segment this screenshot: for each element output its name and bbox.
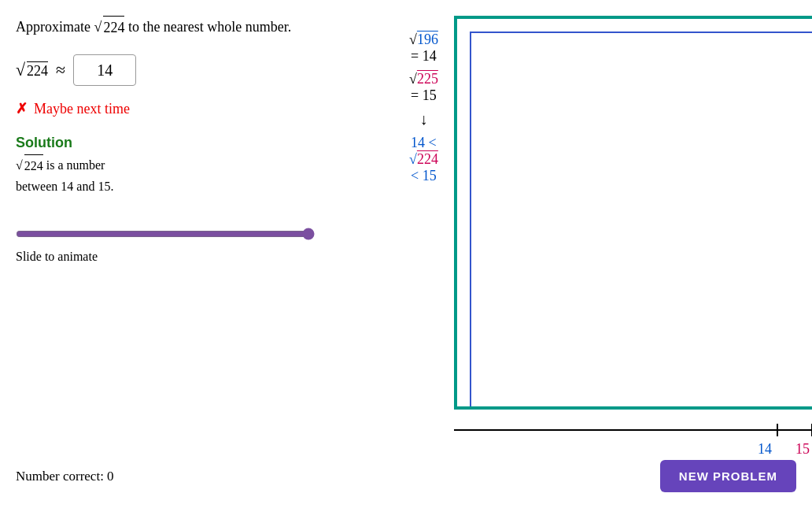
problem-sqrt-display: √224 xyxy=(94,16,124,39)
step2: √225 = 15 xyxy=(409,71,438,104)
inequality: 14 < √224 < 15 xyxy=(409,135,438,184)
approx-sign: ≈ xyxy=(56,60,65,80)
num-correct: Number correct: 0 xyxy=(16,469,114,484)
step1-radicand: 196 xyxy=(417,32,438,47)
slide-label: Slide to animate xyxy=(16,250,393,264)
feedback-message: Maybe next time xyxy=(34,101,130,117)
step2-equals: = 15 xyxy=(411,87,437,103)
bottom-bar: Number correct: 0 NEW PROBLEM xyxy=(16,460,796,492)
solution-section: Solution √224 is a number between 14 and… xyxy=(16,135,393,196)
right-panel: 14 15 xyxy=(454,16,812,492)
nl-tick-14 xyxy=(777,424,778,436)
solution-line2: between 14 and 15. xyxy=(16,176,393,197)
step2-radicand: 225 xyxy=(417,71,438,87)
step1: √196 = 14 xyxy=(409,32,438,65)
problem-text: Approximate √224 to the nearest whole nu… xyxy=(16,16,393,39)
nl-line xyxy=(454,429,812,431)
answer-input[interactable] xyxy=(73,54,136,86)
step1-equals: = 14 xyxy=(411,48,437,64)
number-line-area: 14 15 xyxy=(454,421,812,458)
arrow-down: ↓ xyxy=(419,110,427,128)
nl-label-15: 15 xyxy=(795,441,810,458)
wrong-icon: ✗ xyxy=(16,100,28,117)
result-row: ✗ Maybe next time xyxy=(16,100,393,117)
nl-label-14: 14 xyxy=(758,441,772,458)
animate-slider[interactable] xyxy=(16,228,315,240)
steps-panel: √196 = 14 √225 = 15 ↓ 14 < √224 < 15 xyxy=(409,16,438,492)
nl-labels: 14 15 xyxy=(454,441,812,458)
inner-chart xyxy=(470,32,812,406)
number-line xyxy=(454,421,812,439)
solution-title: Solution xyxy=(16,135,393,151)
chart-area xyxy=(454,16,812,410)
solution-description: √224 is a number between 14 and 15. xyxy=(16,154,393,196)
sqrt-label: √224 xyxy=(16,60,48,80)
input-row: √224 ≈ xyxy=(16,54,393,86)
solution-line1: √224 is a number xyxy=(16,154,393,176)
new-problem-button[interactable]: NEW PROBLEM xyxy=(660,460,796,492)
slider-section: Slide to animate xyxy=(16,228,393,264)
